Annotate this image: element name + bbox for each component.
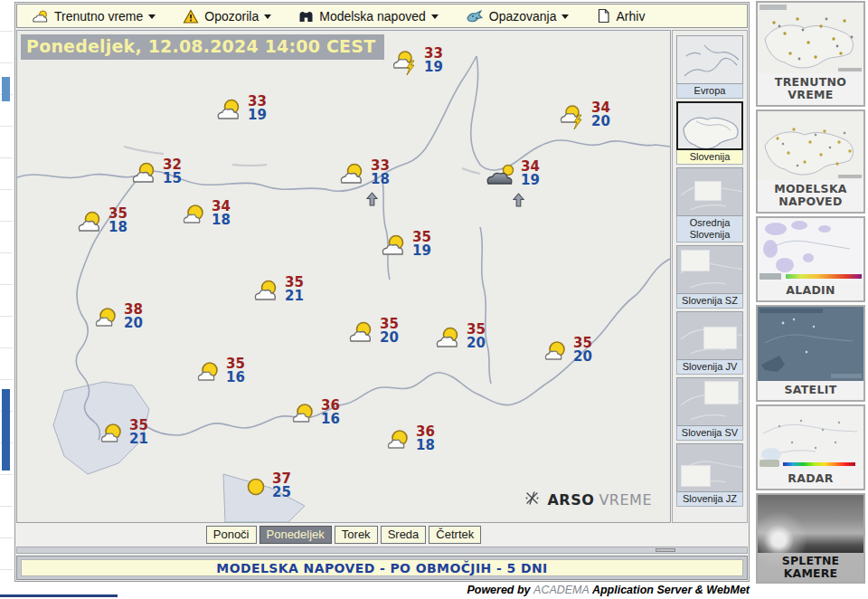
region-thumb-osrednja-slovenija[interactable]: Osrednja Slovenija: [676, 167, 743, 242]
region-map-thumbnail: [676, 101, 743, 150]
weather-map[interactable]: Ponedeljek, 12.08.2024 14:00 CEST 331933…: [16, 30, 671, 523]
weather-station: 3820: [94, 307, 143, 334]
preview-thumbnail: [758, 406, 863, 470]
region-map-thumbnail: [676, 35, 743, 84]
weather-station: 3516: [196, 361, 245, 388]
temp-low: 19: [412, 244, 431, 258]
observations-icon: [466, 9, 484, 23]
dropdown-caret-icon: [148, 14, 156, 19]
sun-cloud-lightning-icon: [560, 105, 587, 134]
preview-aladin[interactable]: ALADIN: [756, 216, 865, 302]
preview-spletne-kamere[interactable]: SPLETNE KAMERE: [756, 493, 865, 584]
sun-icon: [244, 476, 268, 503]
region-thumb-slovenija[interactable]: Slovenija: [676, 101, 743, 165]
dropdown-caret-icon: [264, 14, 271, 19]
weather-station: 3319: [392, 51, 443, 80]
arso-vreme-logo: ARSO VREME: [524, 490, 652, 509]
sun-cloud-icon: [253, 280, 280, 307]
menu-opozorila[interactable]: Opozorila: [183, 9, 271, 24]
preview-thumbnail: [758, 111, 863, 180]
menu-label: Arhiv: [616, 9, 645, 24]
arrow-up-icon: [366, 192, 378, 210]
menu-modelska-napoved[interactable]: Modelska napoved: [298, 9, 439, 24]
divider-handle[interactable]: [656, 548, 675, 552]
temp-low: 20: [591, 115, 610, 128]
menu-label: Opazovanja: [489, 9, 557, 24]
region-thumb-slovenija-jv[interactable]: Slovenija JV: [676, 311, 743, 375]
weather-station: 3725: [244, 476, 291, 503]
footer-credit: Powered by ACADEMA Application Server & …: [14, 584, 750, 596]
sun-small-cloud-icon: [182, 204, 207, 231]
preview-radar[interactable]: RADAR: [756, 404, 865, 490]
weather-station: 3618: [386, 429, 435, 456]
dropdown-caret-icon: [431, 14, 439, 19]
panel-divider: [16, 547, 748, 554]
weather-station: 3420: [560, 105, 610, 134]
preview-modelska-napoved[interactable]: MODELSKA NAPOVED: [756, 109, 865, 214]
menu-opazovanja[interactable]: Opazovanja: [466, 9, 570, 24]
sun-cloud-icon: [339, 163, 366, 190]
temp-low: 16: [226, 371, 245, 385]
weather-app-frame: Trenutno vreme Opozorila Modelska napove…: [14, 2, 750, 582]
weather-station: 3519: [381, 234, 431, 261]
menu-arhiv[interactable]: Arhiv: [596, 8, 645, 24]
region-thumb-slovenija-sz[interactable]: Slovenija SZ: [676, 245, 743, 309]
region-thumb-slovenija-jz[interactable]: Slovenija JZ: [676, 443, 743, 507]
preview-column: TRENUTNO VREME MODELSKA NAPOVED ALADIN: [756, 1, 865, 586]
weather-station: 3520: [543, 340, 592, 367]
tab-ponedeljek[interactable]: Ponedeljek: [259, 526, 332, 544]
region-map-thumbnail: [676, 245, 743, 294]
thumb-timestamp-tag: [760, 309, 823, 313]
temp-low: 20: [467, 337, 486, 350]
vreme-text: VREME: [599, 491, 652, 509]
region-thumb-evropa[interactable]: Evropa: [676, 35, 743, 99]
highlight-region: [703, 327, 737, 349]
tab-torek[interactable]: Torek: [335, 526, 378, 544]
arso-text: ARSO: [547, 491, 594, 509]
weather-station: 3520: [435, 327, 486, 354]
weather-station: 3616: [291, 403, 340, 430]
weather-station: 3419: [486, 164, 540, 191]
sun-small-cloud-icon: [291, 403, 316, 430]
weather-station: 3318: [339, 163, 390, 190]
temp-low: 15: [163, 172, 182, 185]
sun-small-cloud-icon: [99, 423, 125, 450]
temp-low: 18: [371, 173, 390, 186]
menu-label: Modelska napoved: [319, 9, 426, 24]
preview-trenutno-vreme[interactable]: TRENUTNO VREME: [756, 1, 865, 107]
thumb-timestamp-tag: [760, 273, 781, 280]
sun-cloud-icon: [131, 162, 158, 189]
weather-station: 3521: [99, 423, 148, 450]
thumb-attribution: [838, 68, 862, 71]
footer-brand: ACADEMA: [533, 584, 590, 596]
preview-satelit[interactable]: SATELIT: [756, 305, 865, 402]
edge-blue-marker: [2, 389, 10, 471]
weather-station: 3418: [182, 204, 231, 231]
tab-cetrtek[interactable]: Četrtek: [429, 526, 481, 544]
tab-sreda[interactable]: Sreda: [381, 526, 427, 544]
sun-cloud-lightning-icon: [392, 51, 420, 80]
day-tabs: Ponoči Ponedeljek Torek Sreda Četrtek: [16, 525, 671, 545]
sun-small-cloud-icon: [386, 429, 411, 456]
sun-small-cloud-icon: [543, 340, 569, 367]
forecast-banner-label: MODELSKA NAPOVED - PO OBMOČJIH - 5 DNI: [21, 559, 743, 576]
preview-thumbnail: [758, 3, 863, 73]
highlight-region: [704, 381, 738, 404]
forecast-banner[interactable]: MODELSKA NAPOVED - PO OBMOČJIH - 5 DNI: [16, 556, 748, 580]
temp-low: 19: [248, 109, 267, 122]
cloud-sun-icon: [32, 9, 49, 24]
arrow-up-icon: [513, 193, 524, 211]
region-thumb-slovenija-sv[interactable]: Slovenija SV: [676, 377, 743, 441]
region-map-thumbnail: [676, 167, 743, 216]
weather-station: 3521: [253, 280, 304, 307]
preview-thumbnail: [758, 218, 863, 281]
tab-ponoci[interactable]: Ponoči: [206, 526, 257, 544]
temp-low: 18: [212, 214, 231, 227]
radar-legend: [783, 462, 855, 466]
menu-trenutno-vreme[interactable]: Trenutno vreme: [32, 9, 156, 24]
browser-edge-strip: [0, 0, 13, 599]
weather-station: 3215: [131, 162, 182, 189]
temp-low: 18: [108, 221, 127, 234]
weather-station: 3520: [348, 321, 399, 348]
snowflake-icon: [524, 490, 540, 509]
